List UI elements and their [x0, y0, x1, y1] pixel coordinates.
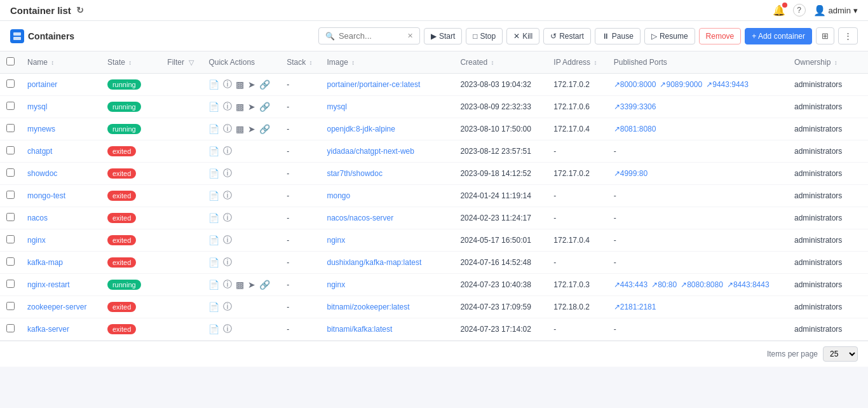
th-filter[interactable]: Filter ▽: [161, 51, 202, 74]
inspect-icon[interactable]: ⓘ: [223, 279, 232, 290]
kill-button[interactable]: ✕ Kill: [506, 28, 539, 44]
console-icon[interactable]: ➤: [248, 280, 255, 290]
stats-icon[interactable]: ▩: [236, 124, 244, 134]
image-link[interactable]: mysql: [327, 102, 347, 111]
th-ownership[interactable]: Ownership ↕: [788, 51, 868, 74]
row-checkbox[interactable]: [6, 235, 15, 243]
resume-button[interactable]: ▷ Resume: [644, 28, 695, 44]
row-checkbox[interactable]: [6, 213, 15, 221]
container-name-link[interactable]: nacos: [27, 214, 48, 222]
refresh-icon[interactable]: ↻: [76, 5, 84, 15]
port-link[interactable]: ↗8080:8080: [681, 280, 723, 289]
container-name-link[interactable]: chatgpt: [27, 147, 52, 156]
port-link[interactable]: ↗443:443: [614, 280, 648, 289]
logs-icon[interactable]: 📄: [208, 102, 219, 112]
inspect-icon[interactable]: ⓘ: [223, 257, 232, 268]
stats-icon[interactable]: ▩: [236, 280, 244, 290]
select-all-checkbox[interactable]: [6, 57, 15, 65]
add-container-button[interactable]: + Add container: [745, 28, 812, 44]
items-per-page-select[interactable]: 25 10 50 100: [823, 346, 858, 362]
notification-icon[interactable]: 🔔: [773, 4, 785, 17]
row-checkbox[interactable]: [6, 191, 15, 199]
container-name-link[interactable]: zookeeper-server: [27, 303, 86, 311]
port-link[interactable]: ↗9089:9000: [660, 80, 702, 89]
image-link[interactable]: nginx: [327, 280, 346, 289]
start-button[interactable]: ▶ Start: [424, 28, 462, 44]
port-link[interactable]: ↗4999:80: [614, 169, 648, 178]
port-link[interactable]: ↗8000:8000: [614, 80, 656, 89]
image-link[interactable]: nginx: [327, 236, 346, 245]
container-name-link[interactable]: kafka-server: [27, 325, 69, 334]
stats-icon[interactable]: ▩: [236, 79, 244, 90]
container-name-link[interactable]: nginx-restart: [27, 280, 70, 289]
inspect-icon[interactable]: ⓘ: [223, 101, 232, 112]
image-link[interactable]: nacos/nacos-server: [327, 214, 394, 222]
inspect-icon[interactable]: ⓘ: [223, 190, 232, 201]
attach-icon[interactable]: 🔗: [259, 102, 270, 112]
th-image[interactable]: Image ↕: [321, 51, 454, 74]
logs-icon[interactable]: 📄: [208, 191, 219, 201]
logs-icon[interactable]: 📄: [208, 324, 219, 334]
row-checkbox[interactable]: [6, 280, 15, 288]
logs-icon[interactable]: 📄: [208, 280, 219, 290]
port-link[interactable]: ↗2181:2181: [614, 303, 656, 311]
port-link[interactable]: ↗8443:8443: [727, 280, 770, 289]
row-checkbox[interactable]: [6, 124, 15, 132]
filter-icon[interactable]: ▽: [189, 58, 194, 66]
inspect-icon[interactable]: ⓘ: [223, 79, 232, 90]
pause-button[interactable]: ⏸ Pause: [595, 28, 641, 44]
image-link[interactable]: bitnami/kafka:latest: [327, 325, 393, 334]
logs-icon[interactable]: 📄: [208, 213, 219, 223]
port-link[interactable]: ↗3399:3306: [614, 102, 656, 111]
container-name-link[interactable]: showdoc: [27, 169, 57, 178]
container-name-link[interactable]: kafka-map: [27, 258, 63, 267]
logs-icon[interactable]: 📄: [208, 302, 219, 312]
logs-icon[interactable]: 📄: [208, 124, 219, 134]
container-name-link[interactable]: portainer: [27, 80, 57, 89]
console-icon[interactable]: ➤: [248, 124, 255, 134]
inspect-icon[interactable]: ⓘ: [223, 146, 232, 157]
attach-icon[interactable]: 🔗: [259, 124, 270, 134]
row-checkbox[interactable]: [6, 79, 15, 88]
image-link[interactable]: bitnami/zookeeper:latest: [327, 303, 410, 311]
th-ip[interactable]: IP Address ↕: [547, 51, 607, 74]
container-name-link[interactable]: mynews: [27, 125, 55, 133]
console-icon[interactable]: ➤: [248, 102, 255, 112]
image-link[interactable]: portainer/portainer-ce:latest: [327, 80, 421, 89]
port-link[interactable]: ↗80:80: [651, 280, 677, 289]
logs-icon[interactable]: 📄: [208, 257, 219, 268]
row-checkbox[interactable]: [6, 102, 15, 110]
attach-icon[interactable]: 🔗: [259, 280, 270, 290]
user-menu[interactable]: 👤 admin ▾: [813, 4, 858, 17]
inspect-icon[interactable]: ⓘ: [223, 235, 232, 246]
inspect-icon[interactable]: ⓘ: [223, 323, 232, 335]
container-name-link[interactable]: mongo-test: [27, 191, 65, 200]
stats-icon[interactable]: ▩: [236, 102, 244, 112]
row-checkbox[interactable]: [6, 168, 15, 177]
image-link[interactable]: mongo: [327, 191, 351, 200]
attach-icon[interactable]: 🔗: [259, 79, 270, 90]
inspect-icon[interactable]: ⓘ: [223, 123, 232, 135]
th-name[interactable]: Name ↕: [21, 51, 101, 74]
more-options-button[interactable]: ⋮: [838, 27, 858, 44]
row-checkbox[interactable]: [6, 146, 15, 154]
grid-view-button[interactable]: ⊞: [816, 27, 834, 44]
row-checkbox[interactable]: [6, 324, 15, 332]
restart-button[interactable]: ↺ Restart: [543, 28, 591, 44]
help-icon[interactable]: ?: [793, 4, 806, 17]
port-link[interactable]: ↗9443:9443: [706, 80, 749, 89]
logs-icon[interactable]: 📄: [208, 235, 219, 245]
search-input[interactable]: [339, 31, 403, 41]
image-link[interactable]: openjdk:8-jdk-alpine: [327, 125, 395, 133]
row-checkbox[interactable]: [6, 302, 15, 310]
container-name-link[interactable]: nginx: [27, 236, 46, 245]
inspect-icon[interactable]: ⓘ: [223, 212, 232, 224]
image-link[interactable]: yidadaa/chatgpt-next-web: [327, 147, 414, 156]
port-link[interactable]: ↗8081:8080: [614, 125, 656, 133]
th-state[interactable]: State ↕: [101, 51, 161, 74]
image-link[interactable]: star7th/showdoc: [327, 169, 383, 178]
console-icon[interactable]: ➤: [248, 79, 255, 90]
remove-button[interactable]: Remove: [699, 28, 742, 44]
th-stack[interactable]: Stack ↕: [280, 51, 320, 74]
logs-icon[interactable]: 📄: [208, 79, 219, 90]
